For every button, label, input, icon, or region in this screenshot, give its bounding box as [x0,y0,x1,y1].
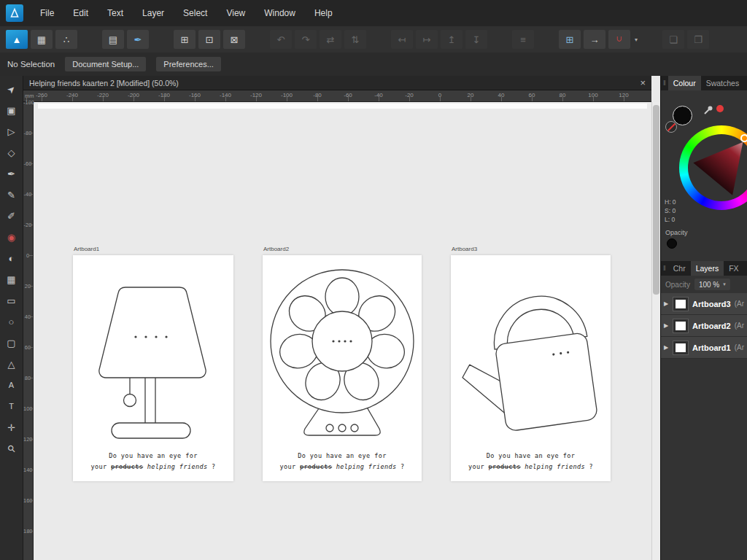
fan-drawing[interactable] [263,255,422,481]
edit-in-photo-button[interactable]: ✒ [127,30,149,49]
horizontal-ruler[interactable]: mm -260 -240 -220 -200 -180 -160 -140 -1… [23,90,651,102]
fill-tool[interactable]: ◉ [4,230,20,244]
pencil-tool[interactable]: ✎ [4,187,20,202]
ruler-label: 180 [23,528,32,534]
tab-character[interactable]: Chr [668,261,691,276]
move-down-button[interactable]: ↧ [465,30,487,49]
tab-colour[interactable]: Colour [668,76,701,90]
layer-row-artboard1[interactable]: ▶ Artboard1 (Ar [661,337,747,359]
artboard-3[interactable]: Do you have an eye for your products hel… [451,255,611,481]
move-tool[interactable]: ➤ [4,82,20,96]
artboard-label[interactable]: Artboard1 [74,246,99,252]
artboard-label[interactable]: Artboard3 [452,246,477,252]
view-tool[interactable]: ✛ [4,420,20,435]
export-persona-button[interactable]: ∴ [55,30,77,49]
pen-tool[interactable]: ✒ [4,166,20,181]
artboard-tool[interactable]: ▣ [4,103,20,117]
colour-opacity-knob[interactable] [667,238,677,249]
rotate-cw-button[interactable]: ↷ [295,30,317,49]
artboard-2[interactable]: Do you have an eye for your products hel… [263,255,422,481]
alignment-button[interactable]: ≡ [512,30,534,49]
flip-horizontal-button[interactable]: ⇄ [320,30,341,49]
rotate-ccw-button[interactable]: ↶ [270,30,292,49]
insert-behind-button[interactable]: ↤ [391,30,413,49]
panel-grip-icon[interactable]: ‖ [661,76,668,90]
eyedropper-icon[interactable] [703,104,714,116]
tab-styles[interactable]: Sty [744,261,747,276]
ellipse-tool[interactable]: ○ [4,314,20,329]
close-icon[interactable]: × [640,76,646,90]
panel-grip-icon[interactable]: ‖ [661,261,668,276]
node-tool[interactable]: ▷ [4,124,20,139]
designer-persona-button[interactable]: ▲ [6,30,28,49]
tab-effects[interactable]: FX [724,261,743,276]
menu-select[interactable]: Select [174,0,217,26]
layer-thumbnail[interactable] [673,341,689,355]
layer-row-artboard2[interactable]: ▶ Artboard2 (Ar [661,315,747,337]
tab-layers[interactable]: Layers [691,261,724,276]
artboard-3-caption[interactable]: Do you have an eye for your products hel… [451,451,611,472]
expander-icon[interactable]: ▶ [664,300,669,307]
triangle-tool[interactable]: △ [4,357,20,371]
rounded-rectangle-tool[interactable]: ▢ [4,335,20,350]
expander-icon[interactable]: ▶ [664,322,669,329]
order-backward-button[interactable]: ❐ [687,30,709,49]
layer-thumbnail[interactable] [673,297,689,311]
vertical-ruler[interactable]: -100 -80 -60 -40 -20 0 20 40 60 80 100 1… [23,102,34,560]
tab-swatches[interactable]: Swatches [701,76,745,90]
document-tab[interactable]: Helping friends kaarten 2 [Modified] (50… [23,76,651,90]
lamp-drawing[interactable] [73,255,233,481]
ruler-label: -40 [23,191,32,198]
insert-front-button[interactable]: ↦ [416,30,438,49]
canvas[interactable]: Artboard1 Do you have [34,102,651,560]
vertical-scrollbar[interactable] [651,102,660,560]
order-forward-button[interactable]: ❏ [662,30,684,49]
artboard-2-caption[interactable]: Do you have an eye for your products hel… [263,451,422,472]
artistic-text-tool[interactable]: A [4,378,20,392]
preferences-button[interactable]: Preferences... [156,57,220,71]
document-setup-button[interactable]: Document Setup... [65,57,146,71]
menu-edit[interactable]: Edit [63,0,98,26]
menu-file[interactable]: File [31,0,63,26]
artboard-label[interactable]: Artboard2 [263,246,289,252]
zoom-tool[interactable]: ⚲ [4,441,20,456]
colour-wheel[interactable] [679,125,747,210]
vector-brush-tool[interactable]: ✐ [4,209,20,223]
layer-thumbnail[interactable] [673,319,689,333]
artboard-1[interactable]: Do you have an eye for your products hel… [73,255,233,481]
snap-guides-button[interactable]: ⊡ [198,30,220,49]
artboard-1-caption[interactable]: Do you have an eye for your products hel… [73,451,233,472]
open-document-button[interactable]: ▤ [102,30,124,49]
watering-can-drawing[interactable] [451,255,611,481]
pixel-persona-button[interactable]: ▦ [31,30,53,49]
menu-layer[interactable]: Layer [133,0,174,26]
menu-text[interactable]: Text [98,0,133,26]
snap-grid-button[interactable]: ⊞ [174,30,196,49]
menu-view[interactable]: View [217,0,255,26]
affinity-logo-icon[interactable] [6,4,23,22]
opacity-select[interactable]: 100 % ▾ [694,279,730,290]
tab-brushes[interactable]: Brushes [744,76,747,90]
fill-colour-selector[interactable] [673,106,692,125]
snapping-magnet-button[interactable]: ∩ [608,30,630,49]
snap-objects-button[interactable]: ⊠ [223,30,245,49]
layer-row-artboard3[interactable]: ▶ Artboard3 (Ar [661,293,747,315]
vector-crop-tool[interactable]: ▦ [4,272,20,287]
frame-text-tool[interactable]: T [4,399,20,413]
scrollbar-thumb[interactable] [653,105,659,295]
transparency-tool[interactable]: ◐ [4,251,20,265]
point-transform-tool[interactable]: ◇ [4,145,20,160]
show-grid-button[interactable]: ⊞ [559,30,581,49]
recent-colour-swatch[interactable] [716,105,724,112]
menu-help[interactable]: Help [305,0,342,26]
move-up-button[interactable]: ↥ [441,30,462,49]
menu-window[interactable]: Window [255,0,305,26]
alignment-icon: ≡ [520,34,526,45]
colour-triangle[interactable] [691,137,747,198]
flip-vertical-button[interactable]: ⇅ [344,30,366,49]
convert-button[interactable]: → [584,30,605,49]
hue-selector-dot[interactable] [740,134,747,142]
expander-icon[interactable]: ▶ [664,344,669,351]
rectangle-tool[interactable]: ▭ [4,293,20,308]
snapping-caret-icon[interactable]: ▾ [635,36,638,43]
